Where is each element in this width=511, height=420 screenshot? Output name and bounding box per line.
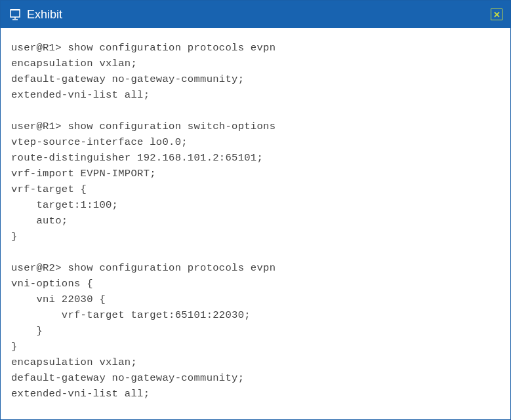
svg-rect-0 bbox=[10, 10, 20, 17]
close-button[interactable]: ✕ bbox=[491, 9, 502, 20]
close-icon: ✕ bbox=[493, 10, 501, 19]
terminal-output: user@R1> show configuration protocols ev… bbox=[11, 40, 500, 419]
titlebar: Exhibit ✕ bbox=[1, 1, 510, 28]
exhibit-window: Exhibit ✕ user@R1> show configuration pr… bbox=[0, 0, 511, 420]
window-title: Exhibit bbox=[27, 8, 62, 22]
titlebar-left: Exhibit bbox=[9, 8, 62, 22]
flipchart-icon bbox=[9, 8, 22, 21]
content-area: user@R1> show configuration protocols ev… bbox=[1, 28, 510, 419]
